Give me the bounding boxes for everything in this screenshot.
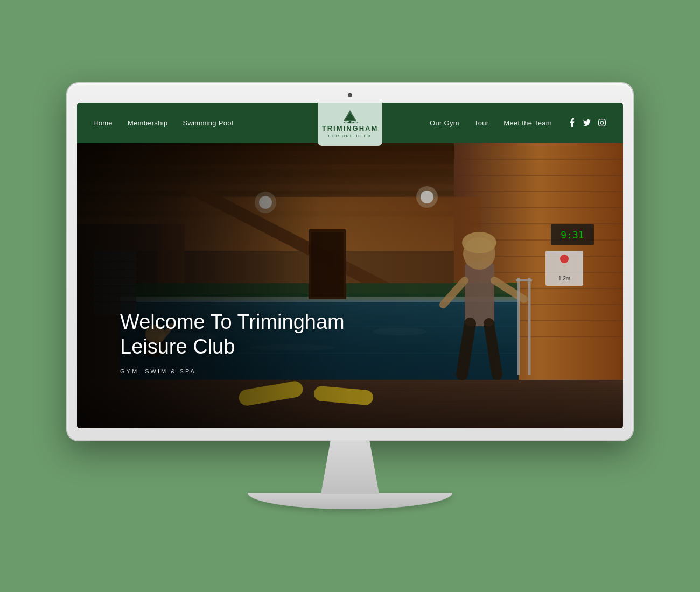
monitor-body: Home Membership Swimming Pool <box>67 83 633 440</box>
navbar: Home Membership Swimming Pool <box>77 103 623 143</box>
nav-link-membership[interactable]: Membership <box>128 119 168 127</box>
twitter-icon[interactable] <box>582 118 592 128</box>
nav-link-our-gym[interactable]: Our Gym <box>430 119 459 127</box>
nav-link-meet-the-team[interactable]: Meet the Team <box>503 119 552 127</box>
instagram-icon[interactable] <box>597 118 607 128</box>
hero-section: 9:31 1.2m Welcome To <box>77 143 623 428</box>
hero-overlay <box>77 143 623 428</box>
logo-name: TRIMINGHAM <box>322 124 379 133</box>
hero-subtitle: GYM, SWIM & SPA <box>120 368 346 375</box>
logo-icon <box>342 109 358 124</box>
website: Home Membership Swimming Pool <box>77 103 623 428</box>
facebook-icon[interactable] <box>567 118 577 128</box>
nav-link-home[interactable]: Home <box>93 119 113 127</box>
monitor-stand-base <box>248 493 452 509</box>
logo-subtitle: LEISURE CLUB <box>328 134 372 138</box>
nav-link-tour[interactable]: Tour <box>474 119 489 127</box>
camera-dot <box>348 93 352 97</box>
nav-right: Our Gym Tour Meet the Team <box>430 118 607 128</box>
monitor-stand-neck <box>302 440 398 494</box>
nav-link-swimming-pool[interactable]: Swimming Pool <box>183 119 233 127</box>
nav-social <box>567 118 607 128</box>
hero-title: Welcome To Trimingham Leisure Club <box>120 310 346 359</box>
logo-center[interactable]: TRIMINGHAM LEISURE CLUB <box>318 103 382 146</box>
hero-content: Welcome To Trimingham Leisure Club GYM, … <box>120 310 346 374</box>
monitor-wrapper: Home Membership Swimming Pool <box>54 83 646 509</box>
nav-left: Home Membership Swimming Pool <box>93 119 233 127</box>
screen: Home Membership Swimming Pool <box>77 103 623 428</box>
